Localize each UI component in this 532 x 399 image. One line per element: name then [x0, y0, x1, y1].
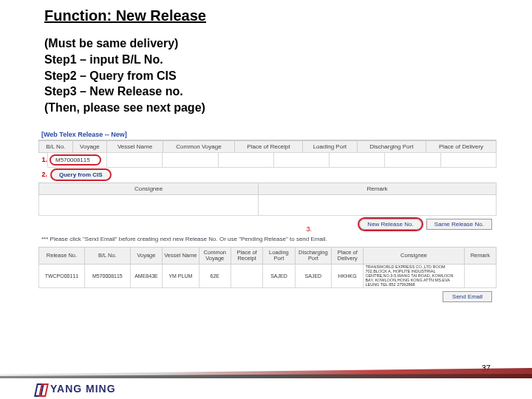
criteria-table: B/L No. Voyage Vessel Name Common Voyage… — [38, 140, 497, 153]
cell-receipt — [231, 265, 262, 288]
col-remark: Remark — [259, 183, 497, 194]
app-screenshot: [Web Telex Release -- New] B/L No. Voyag… — [38, 129, 497, 302]
step-marker-1: 1. — [38, 156, 47, 163]
cell-consignee: TRANSWORLD EXPRESS CO.,LTD ROOM 702,BLOC… — [364, 265, 464, 288]
cell-bl-no: M570008115 — [84, 265, 130, 288]
instructions-block: (Must be same delivery) Step1 – input B/… — [44, 36, 495, 116]
logo-text: YANG MING — [50, 383, 116, 395]
results-table: Release No. B/L No. Voyage Vessel Name C… — [38, 247, 497, 288]
rcol-common-voyage: Common Voyage — [199, 247, 231, 265]
col-common-voyage: Common Voyage — [163, 140, 235, 152]
rcol-receipt: Place of Receipt — [231, 247, 262, 265]
col-discharging: Discharging Port — [357, 140, 426, 152]
slide-footer: 37 YANG MING — [0, 365, 532, 399]
logo-icon — [35, 383, 46, 394]
table-row: TWCPO00111 M570008115 AME843E YM PLUM 62… — [39, 265, 497, 288]
consignee-remark-header: Consignee Remark — [38, 183, 497, 216]
slide-title: Function: New Release — [44, 7, 495, 24]
cell-remark — [464, 265, 496, 288]
send-email-button[interactable]: Send Email — [443, 291, 492, 302]
step-marker-3: 3. — [306, 225, 312, 233]
cell-delivery-port: HKHKG — [332, 265, 364, 288]
yang-ming-logo: YANG MING — [35, 383, 116, 395]
rcol-bl-no: B/L No. — [84, 247, 130, 265]
cell-discharging: SAJED — [295, 265, 332, 288]
cell-loading: SAJED — [263, 265, 295, 288]
step-marker-2: 2. — [38, 171, 47, 178]
instruction-line: Step1 – input B/L No. — [44, 52, 495, 68]
rcol-delivery: Place of Delivery — [332, 247, 364, 265]
instruction-line: Step2 – Query from CIS — [44, 69, 495, 84]
bl-no-input[interactable]: M570008115 — [50, 154, 101, 166]
cell-release-no: TWCPO00111 — [39, 265, 85, 288]
new-release-no-button[interactable]: New Release No. — [359, 219, 421, 230]
query-from-cis-button[interactable]: Query from CIS — [50, 168, 112, 181]
rcol-remark: Remark — [464, 247, 496, 265]
panel-header: [Web Telex Release -- New] — [38, 129, 497, 140]
col-loading: Loading Port — [303, 140, 357, 152]
same-release-no-button[interactable]: Same Release No. — [426, 219, 492, 230]
col-delivery: Place of Delivery — [426, 140, 497, 152]
col-consignee: Consignee — [39, 183, 259, 194]
col-bl-no: B/L No. — [39, 140, 73, 152]
rcol-vessel: Vessel Name — [163, 247, 200, 265]
col-receipt: Place of Receipt — [234, 140, 302, 152]
rcol-loading: Loading Port — [263, 247, 295, 265]
col-vessel: Vessel Name — [107, 140, 163, 152]
instruction-line: (Then, please see next page) — [44, 100, 495, 116]
instruction-line: (Must be same delivery) — [44, 36, 495, 52]
cell-vessel: YM PLUM — [163, 265, 200, 288]
rcol-discharging: Discharging Port — [295, 247, 332, 265]
cell-voyage: AME843E — [130, 265, 162, 288]
instruction-line: Step3 – New Release no. — [44, 84, 495, 100]
cell-common-voyage: 62E — [199, 265, 231, 288]
rcol-release-no: Release No. — [39, 247, 85, 265]
release-button-row: 3. New Release No. Same Release No. — [38, 216, 497, 231]
email-note: *** Please click "Send Email" before cre… — [38, 231, 497, 247]
rcol-consignee: Consignee — [364, 247, 464, 265]
rcol-voyage: Voyage — [130, 247, 162, 265]
col-voyage: Voyage — [72, 140, 106, 152]
